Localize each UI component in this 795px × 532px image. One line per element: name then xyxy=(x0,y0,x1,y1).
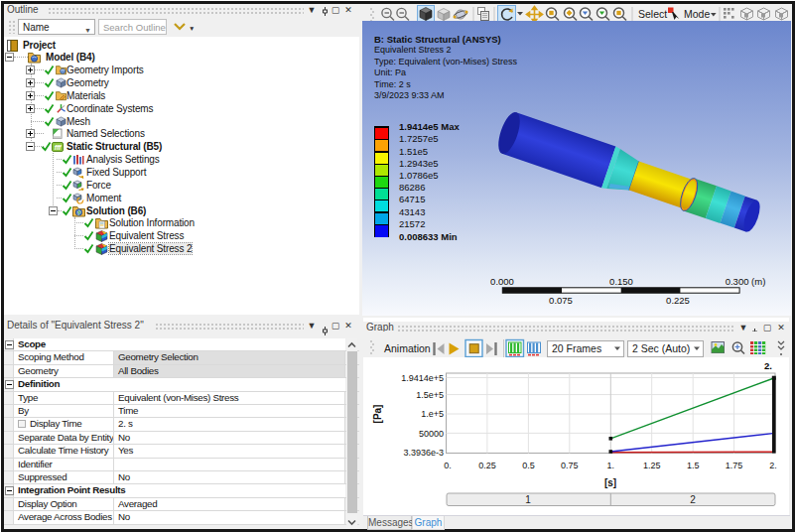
svg-text:0.: 0. xyxy=(444,461,452,470)
svg-text:0.75: 0.75 xyxy=(561,461,579,470)
svg-text:0.000: 0.000 xyxy=(490,276,514,287)
svg-text:0.075: 0.075 xyxy=(549,295,573,306)
svg-text:2 Sec (Auto): 2 Sec (Auto) xyxy=(632,342,690,354)
svg-text:1.: 1. xyxy=(607,461,615,470)
svg-text:1.5: 1.5 xyxy=(687,461,700,470)
svg-text:50000: 50000 xyxy=(419,429,444,439)
svg-text:20 Frames: 20 Frames xyxy=(552,342,601,354)
svg-text:Select: Select xyxy=(638,8,667,20)
svg-text:2: 2 xyxy=(690,494,696,505)
svg-text:[s]: [s] xyxy=(604,477,616,488)
svg-text:0.300 (m): 0.300 (m) xyxy=(726,276,766,287)
svg-text:Animation: Animation xyxy=(384,342,431,354)
svg-text:[Pa]: [Pa] xyxy=(372,405,383,424)
svg-text:1: 1 xyxy=(525,494,531,505)
svg-text:0.150: 0.150 xyxy=(609,276,633,287)
svg-text:0.225: 0.225 xyxy=(666,295,690,306)
svg-text:0.5: 0.5 xyxy=(522,461,535,470)
svg-text:3.3936e-3: 3.3936e-3 xyxy=(403,448,444,458)
svg-text:2.: 2. xyxy=(769,461,777,470)
svg-text:2.: 2. xyxy=(764,360,772,371)
svg-text:1.e+5: 1.e+5 xyxy=(421,409,444,419)
svg-text:fff: fff xyxy=(55,144,62,151)
svg-text:1.5e+5: 1.5e+5 xyxy=(416,390,444,400)
svg-text:Mode: Mode xyxy=(684,8,710,20)
svg-text:1.9414e+5: 1.9414e+5 xyxy=(401,373,444,383)
svg-text:1.25: 1.25 xyxy=(643,461,661,470)
svg-text:0.25: 0.25 xyxy=(478,461,496,470)
svg-text:1.75: 1.75 xyxy=(726,461,743,470)
